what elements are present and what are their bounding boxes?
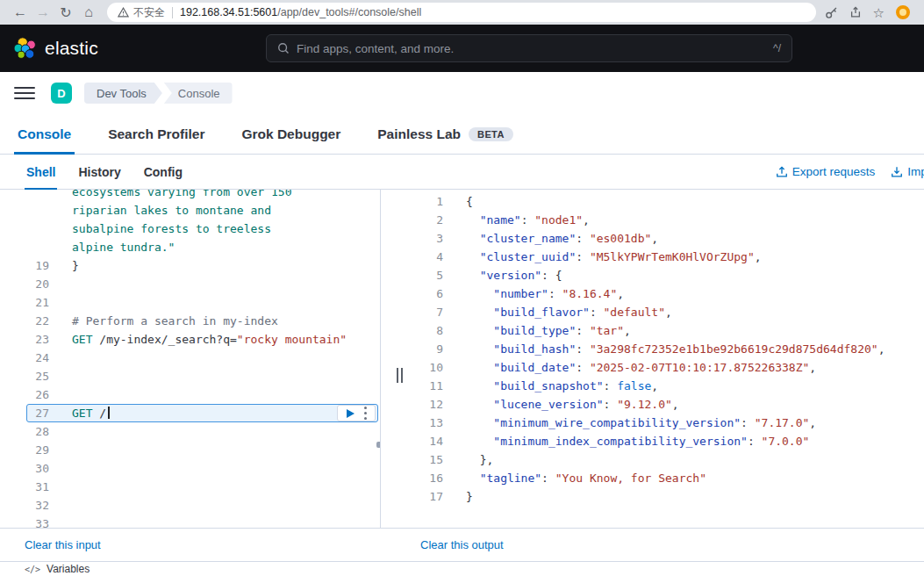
code-line[interactable]: 26 bbox=[0, 385, 380, 404]
back-icon[interactable]: ← bbox=[9, 2, 32, 23]
code-line[interactable]: 24 bbox=[0, 349, 380, 367]
code-line[interactable]: 25 bbox=[0, 367, 380, 385]
code-line[interactable]: 5 "version": { bbox=[406, 266, 924, 284]
share-icon[interactable] bbox=[849, 6, 862, 18]
code-line[interactable]: 3 "cluster_name": "es001db", bbox=[406, 229, 924, 248]
code-text: "name": "node1", bbox=[443, 211, 590, 229]
line-number: 2 bbox=[406, 211, 443, 229]
code-text: "version": { bbox=[443, 266, 562, 284]
active-code-line[interactable]: 27GET / bbox=[0, 404, 380, 422]
home-icon[interactable]: ⌂ bbox=[77, 2, 100, 23]
code-line[interactable]: 2 "name": "node1", bbox=[406, 211, 924, 229]
code-line[interactable]: 11 "build_snapshot": false, bbox=[406, 377, 924, 395]
code-line[interactable]: 7 "build_flavor": "default", bbox=[406, 303, 924, 321]
address-bar[interactable]: 不安全 192.168.34.51:5601/app/dev_tools#/co… bbox=[107, 3, 816, 22]
code-line[interactable]: 33 bbox=[0, 515, 380, 528]
code-text bbox=[49, 459, 72, 478]
code-line[interactable]: 29 bbox=[0, 441, 380, 459]
code-line[interactable]: 31 bbox=[0, 478, 380, 496]
subtab-config[interactable]: Config bbox=[142, 155, 184, 189]
code-line[interactable]: riparian lakes to montane and bbox=[0, 201, 380, 220]
code-line[interactable]: 30 bbox=[0, 459, 380, 478]
line-number: 25 bbox=[0, 367, 49, 385]
code-line[interactable]: 13 "minimum_wire_compatibility_version":… bbox=[406, 414, 924, 432]
code-line[interactable]: 1{ bbox=[406, 192, 924, 211]
bookmark-star-icon[interactable]: ☆ bbox=[873, 6, 885, 19]
tab-search-profiler[interactable]: Search Profiler bbox=[104, 114, 208, 154]
tab-grok-debugger[interactable]: Grok Debugger bbox=[238, 114, 344, 154]
code-line[interactable]: 14 "minimum_index_compatibility_version"… bbox=[406, 432, 924, 450]
browser-profile-avatar[interactable] bbox=[896, 5, 910, 19]
code-line[interactable]: 19} bbox=[0, 256, 380, 275]
code-line[interactable]: 6 "number": "8.16.4", bbox=[406, 284, 924, 303]
scrollbar-thumb[interactable] bbox=[376, 442, 381, 448]
console-output-editor[interactable]: 1{2 "name": "node1",3 "cluster_name": "e… bbox=[406, 190, 924, 528]
code-line[interactable]: 9 "build_hash": "3a298fc72352e1b1be92b66… bbox=[406, 340, 924, 358]
export-requests-link[interactable]: Export requests bbox=[776, 165, 876, 178]
subtab-shell[interactable]: Shell bbox=[25, 155, 57, 189]
global-search-input[interactable] bbox=[297, 42, 766, 55]
subtab-history[interactable]: History bbox=[76, 155, 122, 189]
line-number: 31 bbox=[0, 478, 49, 496]
code-line[interactable]: 10 "build_date": "2025-02-07T10:10:17.87… bbox=[406, 358, 924, 377]
import-requests-label: Import requests bbox=[907, 165, 924, 178]
elastic-logo[interactable] bbox=[14, 37, 37, 60]
code-line[interactable]: 32 bbox=[0, 496, 380, 515]
code-line[interactable]: 15 }, bbox=[406, 450, 924, 469]
code-brackets-icon: </> bbox=[25, 565, 40, 574]
console-output-panel: 1{2 "name": "node1",3 "cluster_name": "e… bbox=[406, 190, 924, 561]
code-line[interactable]: 4 "cluster_uuid": "M5lkYPWrTemK0HlVOrZUp… bbox=[406, 248, 924, 266]
reload-icon[interactable]: ↻ bbox=[54, 2, 77, 23]
code-text: "number": "8.16.4", bbox=[443, 284, 624, 303]
password-key-icon[interactable] bbox=[825, 6, 838, 19]
clear-input-link[interactable]: Clear this input bbox=[25, 538, 101, 551]
code-text: alpine tundra." bbox=[49, 238, 175, 256]
code-line[interactable]: 16 "tagline": "You Know, for Search" bbox=[406, 469, 924, 487]
line-number: 23 bbox=[0, 330, 49, 349]
tab-console[interactable]: Console bbox=[14, 114, 75, 154]
code-text: "minimum_wire_compatibility_version": "7… bbox=[443, 414, 816, 432]
code-line[interactable]: ecosystems varying from over 150 bbox=[0, 190, 380, 201]
code-line[interactable]: 20 bbox=[0, 275, 380, 293]
line-number: 20 bbox=[0, 275, 49, 293]
code-text: riparian lakes to montane and bbox=[49, 201, 271, 220]
tab-painless-lab-label: Painless Lab bbox=[377, 126, 461, 142]
code-line[interactable]: subalpine forests to treeless bbox=[0, 220, 380, 238]
send-request-button[interactable] bbox=[346, 408, 355, 419]
code-line[interactable]: 8 "build_type": "tar", bbox=[406, 321, 924, 340]
line-number: 12 bbox=[406, 395, 443, 414]
line-number bbox=[0, 220, 49, 238]
code-line[interactable]: 21 bbox=[0, 293, 380, 312]
forward-icon[interactable]: → bbox=[32, 2, 54, 23]
resize-handle-icon[interactable] bbox=[397, 368, 403, 383]
code-line[interactable]: 22# Perform a search in my-index bbox=[0, 312, 380, 330]
console-input-editor[interactable]: ecosystems varying from over 150riparian… bbox=[0, 190, 381, 528]
line-number bbox=[0, 238, 49, 256]
clear-output-link[interactable]: Clear this output bbox=[420, 538, 504, 551]
variables-bar[interactable]: </> Variables bbox=[0, 561, 924, 576]
request-options-button[interactable] bbox=[364, 406, 367, 421]
panel-divider[interactable] bbox=[393, 190, 406, 561]
line-number: 14 bbox=[406, 432, 443, 450]
tab-painless-lab[interactable]: Painless LabBETA bbox=[374, 114, 517, 154]
code-line[interactable]: 12 "lucene_version": "9.12.0", bbox=[406, 395, 924, 414]
code-line[interactable]: 28 bbox=[0, 422, 380, 441]
code-text: { bbox=[443, 192, 473, 211]
line-number: 29 bbox=[0, 441, 49, 459]
menu-hamburger-icon[interactable] bbox=[14, 83, 35, 104]
code-line[interactable]: alpine tundra." bbox=[0, 238, 380, 256]
security-status[interactable]: 不安全 bbox=[118, 5, 165, 20]
breadcrumb-console[interactable]: Console bbox=[164, 83, 233, 104]
code-text: "build_flavor": "default", bbox=[443, 303, 672, 321]
import-requests-link[interactable]: Import requests bbox=[891, 165, 924, 178]
line-number: 28 bbox=[0, 422, 49, 441]
code-line[interactable]: 17} bbox=[406, 487, 924, 506]
line-number: 15 bbox=[406, 450, 443, 469]
line-number: 26 bbox=[0, 385, 49, 404]
line-number: 1 bbox=[406, 192, 443, 211]
code-line[interactable]: 23GET /my-index/_search?q="rocky mountai… bbox=[0, 330, 380, 349]
global-search-bar[interactable]: ^/ bbox=[266, 34, 792, 62]
code-text bbox=[49, 275, 72, 293]
breadcrumb-dev-tools[interactable]: Dev Tools bbox=[84, 83, 162, 104]
space-avatar[interactable]: D bbox=[51, 83, 72, 104]
